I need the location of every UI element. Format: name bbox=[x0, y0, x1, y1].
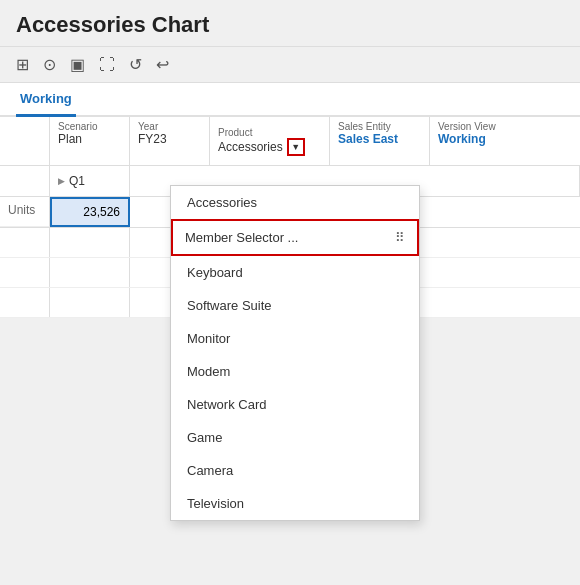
sales-entity-value: Sales East bbox=[338, 132, 421, 146]
dropdown-item-camera[interactable]: Camera bbox=[171, 454, 419, 487]
q1-triangle: ▶ bbox=[58, 176, 65, 186]
q1-label: Q1 bbox=[69, 174, 85, 188]
year-header: Year FY23 bbox=[130, 117, 210, 165]
version-view-header: Version View Working bbox=[430, 117, 530, 165]
clock-icon[interactable]: ↺ bbox=[129, 55, 142, 74]
column-headers: Scenario Plan Year FY23 Product Accessor… bbox=[0, 117, 580, 166]
sheet-icon[interactable]: ▣ bbox=[70, 55, 85, 74]
dropdown-item-keyboard[interactable]: Keyboard bbox=[171, 256, 419, 289]
title-bar: Accessories Chart bbox=[0, 0, 580, 47]
member-selector-icon: ⠿ bbox=[395, 230, 405, 245]
version-view-label: Version View bbox=[438, 121, 522, 132]
scenario-label: Scenario bbox=[58, 121, 121, 132]
product-header: Product Accessories ▼ bbox=[210, 117, 330, 165]
product-value: Accessories bbox=[218, 140, 283, 154]
dropdown-item-television[interactable]: Television bbox=[171, 487, 419, 520]
dropdown-item-network-card[interactable]: Network Card bbox=[171, 388, 419, 421]
sales-entity-label: Sales Entity bbox=[338, 121, 421, 132]
version-view-value: Working bbox=[438, 132, 522, 146]
hierarchy-icon[interactable]: ⛶ bbox=[99, 56, 115, 74]
dropdown-item-accessories[interactable]: Accessories bbox=[171, 186, 419, 219]
product-label: Product bbox=[218, 127, 305, 138]
toolbar: ⊞ ⊙ ▣ ⛶ ↺ ↩ bbox=[0, 47, 580, 83]
dropdown-item-software-suite[interactable]: Software Suite bbox=[171, 289, 419, 322]
grid-icon[interactable]: ⊙ bbox=[43, 55, 56, 74]
dropdown-item-monitor[interactable]: Monitor bbox=[171, 322, 419, 355]
year-value: FY23 bbox=[138, 132, 201, 146]
units-value-cell[interactable]: 23,526 bbox=[50, 197, 130, 227]
product-dropdown-button[interactable]: ▼ bbox=[287, 138, 305, 156]
undo-icon[interactable]: ↩ bbox=[156, 55, 169, 74]
q1-header: ▶ Q1 bbox=[50, 166, 130, 196]
scenario-value: Plan bbox=[58, 132, 121, 146]
year-label: Year bbox=[138, 121, 201, 132]
dropdown-item-member-selector[interactable]: Member Selector ... ⠿ bbox=[171, 219, 419, 256]
product-dropdown-menu: Accessories Member Selector ... ⠿ Keyboa… bbox=[170, 185, 420, 521]
units-label: Units bbox=[0, 197, 50, 227]
tabs-bar: Working bbox=[0, 83, 580, 117]
dropdown-item-game[interactable]: Game bbox=[171, 421, 419, 454]
main-area: Scenario Plan Year FY23 Product Accessor… bbox=[0, 117, 580, 318]
page-title: Accessories Chart bbox=[16, 12, 564, 38]
scenario-header: Scenario Plan bbox=[50, 117, 130, 165]
dropdown-item-modem[interactable]: Modem bbox=[171, 355, 419, 388]
sales-entity-header: Sales Entity Sales East bbox=[330, 117, 430, 165]
tab-working[interactable]: Working bbox=[16, 83, 76, 117]
filter-icon[interactable]: ⊞ bbox=[16, 55, 29, 74]
